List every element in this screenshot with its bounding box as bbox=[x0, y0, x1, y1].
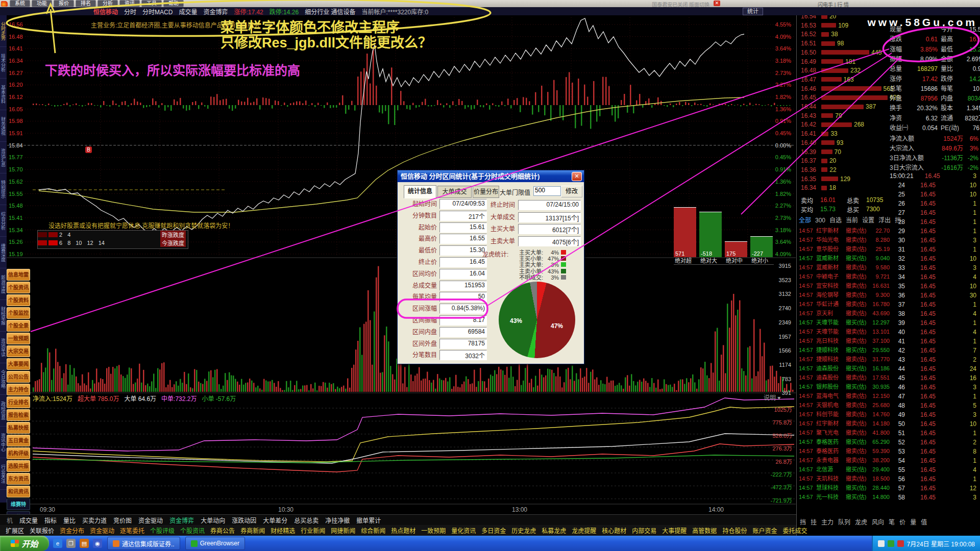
info-tab-扩展区[interactable]: 扩展区 bbox=[6, 526, 24, 535]
sidebar-button-机构评级[interactable]: 机构评级 bbox=[7, 447, 30, 459]
info-tab-财经精选[interactable]: 财经精选 bbox=[271, 526, 295, 535]
indicator-tab-资金驱动[interactable]: 资金驱动 bbox=[138, 516, 163, 524]
info-tab-历史龙虎[interactable]: 历史龙虎 bbox=[511, 526, 536, 535]
stock-row-天玑科技[interactable]: 14:57天玑科技撤卖(估)18.500 bbox=[799, 474, 890, 482]
stock-row-慧球科技[interactable]: 14:57慧球科技撤买(估)28.440 bbox=[799, 483, 890, 491]
panel-tab-量[interactable]: 量 bbox=[910, 519, 916, 526]
start-button[interactable]: 开始 bbox=[0, 536, 49, 551]
panel-tab-挡[interactable]: 挡 bbox=[800, 519, 806, 526]
stock-row-捷顺科技[interactable]: 14:57捷顺科技撤买(估)29.550 bbox=[799, 345, 890, 354]
stock-row-宜安科技[interactable]: 14:57宜安科技撤卖(估)16.631 bbox=[799, 281, 890, 289]
vtab-基本资料[interactable]: 基本资料 bbox=[0, 79, 7, 110]
sidebar-button-维赛特[interactable]: 维赛特 bbox=[7, 498, 30, 510]
info-tab-多日资金[interactable]: 多日资金 bbox=[481, 526, 506, 535]
watch-tab-挡[interactable]: 挡 bbox=[895, 217, 901, 224]
watch-tab-设置[interactable]: 设置 bbox=[862, 217, 874, 224]
stock-row-泰格医药[interactable]: 14:57泰格医药撤买(估)65.290 bbox=[799, 437, 890, 445]
stock-row-北信源[interactable]: 14:57北信源撤买(估)29.400 bbox=[799, 465, 890, 473]
vtab-资讯早读[interactable]: 资讯早读 bbox=[0, 332, 7, 363]
sidebar-button-大事要闻[interactable]: 大事要闻 bbox=[7, 358, 30, 370]
stock-row-中颖电子[interactable]: 14:57中颖电子撤卖(估)9.721 bbox=[799, 272, 890, 280]
stock-row-捷顺科技[interactable]: 14:57捷顺科技撤卖(估)31.770 bbox=[799, 355, 890, 363]
tray-icon-3[interactable] bbox=[897, 540, 904, 547]
indicator-tab-净挂净撤[interactable]: 净挂净撤 bbox=[325, 516, 350, 524]
dialog-tab-统计信息[interactable]: 统计信息 bbox=[404, 185, 436, 198]
sidebar-button-信息地雷[interactable]: 信息地雷 bbox=[7, 269, 30, 281]
info-tab-逐笔委托[interactable]: 逐笔委托 bbox=[120, 526, 144, 535]
watch-tab-浮出[interactable]: 浮出 bbox=[878, 217, 891, 224]
modify-button[interactable]: 修改 bbox=[561, 186, 582, 197]
sidebar-button-个股监控[interactable]: 个股监控 bbox=[7, 307, 30, 319]
vtab-财务透视[interactable]: 财务透视 bbox=[0, 110, 7, 142]
panel-tab-挂[interactable]: 挂 bbox=[811, 519, 817, 526]
sidebar-button-私募快报[interactable]: 私募快报 bbox=[7, 422, 30, 434]
vtab-技术分析[interactable]: 技术分析 bbox=[0, 47, 7, 79]
sidebar-button-五日黄金[interactable]: 五日黄金 bbox=[7, 435, 30, 446]
sidebar-button-报告检索[interactable]: 报告检索 bbox=[7, 409, 30, 421]
info-tab-关联报价[interactable]: 关联报价 bbox=[30, 526, 54, 535]
indicator-tab-买卖力道[interactable]: 买卖力道 bbox=[82, 516, 107, 524]
vtab-资讯汇总[interactable]: 资讯汇总 bbox=[0, 142, 7, 173]
indicator-tab-指标[interactable]: 指标 bbox=[44, 516, 57, 524]
vtab-今日攻略[interactable]: 今日攻略 bbox=[0, 363, 7, 395]
stock-row-华灿光电[interactable]: 14:57华灿光电撤卖(估)8.280 bbox=[799, 235, 890, 243]
info-tab-委托成交[interactable]: 委托成交 bbox=[782, 526, 807, 535]
toolbar-item[interactable]: 资金博弈 bbox=[203, 7, 228, 16]
stock-row-天银机电[interactable]: 14:57天银机电撤卖(估)25.680 bbox=[799, 400, 890, 409]
sidebar-button-主力持仓[interactable]: 主力持仓 bbox=[7, 384, 30, 395]
indicator-tab-大单差分[interactable]: 大单差分 bbox=[263, 516, 287, 524]
menu-帮助[interactable]: 帮助 bbox=[163, 0, 184, 7]
panel-tab-风向[interactable]: 风向 bbox=[872, 519, 884, 526]
dialog-title[interactable]: 恒信移动 分时区间统计(基于分时成交明细统计) bbox=[398, 170, 584, 182]
info-tab-券商新闻[interactable]: 券商新闻 bbox=[240, 526, 265, 535]
info-tab-龙虎提醒[interactable]: 龙虎提醒 bbox=[572, 526, 596, 535]
info-tab-账户资金[interactable]: 账户资金 bbox=[752, 526, 777, 535]
stock-row-红宇新材[interactable]: 14:57红宇新材撤卖(估)22.70 bbox=[799, 226, 890, 234]
threshold-input[interactable]: 500 bbox=[533, 186, 561, 196]
stock-row-天壕节能[interactable]: 14:57天壕节能撤卖(估)13.101 bbox=[799, 327, 890, 335]
info-tab-核心题材[interactable]: 核心题材 bbox=[602, 526, 626, 535]
sidebar-button-公司公告[interactable]: 公司公告 bbox=[7, 371, 30, 383]
stock-row-泰格医药[interactable]: 14:57泰格医药撤卖(估)59.390 bbox=[799, 446, 890, 455]
info-tab-资金驱动[interactable]: 资金驱动 bbox=[90, 526, 114, 535]
stock-row-华虹计通[interactable]: 14:57华虹计通撤卖(估)16.780 bbox=[799, 299, 890, 308]
vtab-分时走势[interactable]: 分时走势 bbox=[0, 15, 7, 47]
sidebar-button-行业排名[interactable]: 行业排名 bbox=[7, 396, 30, 408]
vtab-行业关注[interactable]: 行业关注 bbox=[0, 458, 7, 490]
quicklaunch-desktop-icon[interactable]: ❐ bbox=[66, 539, 76, 548]
stock-row-迪森股份[interactable]: 14:57迪森股份撤买(估)16.186 bbox=[799, 364, 890, 372]
indicator-tab-机[interactable]: 机 bbox=[7, 516, 13, 524]
info-tab-内部交易[interactable]: 内部交易 bbox=[632, 526, 656, 535]
indicator-tab-成交量[interactable]: 成交量 bbox=[19, 516, 38, 524]
info-tab-量化资讯[interactable]: 量化资讯 bbox=[451, 526, 476, 535]
panel-tab-笔[interactable]: 笔 bbox=[889, 519, 895, 526]
quicklaunch-folder-icon[interactable]: ▤ bbox=[80, 539, 89, 548]
sidebar-button-一致预期[interactable]: 一致预期 bbox=[7, 333, 30, 344]
watch-tab-全部[interactable]: 全部 bbox=[799, 217, 811, 224]
watch-tab-自选[interactable]: 自选 bbox=[829, 217, 842, 224]
menu-功能[interactable]: 功能 bbox=[32, 0, 52, 7]
tray-icon-2[interactable] bbox=[888, 540, 894, 547]
stock-row-红宇新材[interactable]: 14:57红宇新材撤卖(估)14.180 bbox=[799, 419, 890, 427]
vtab-资讯中心[interactable]: 资讯中心 bbox=[0, 427, 7, 458]
task-通达信集成版证券..[interactable]: 通达信集成版证券.. bbox=[107, 537, 180, 550]
dialog-close-icon[interactable]: ✕ bbox=[572, 172, 582, 181]
indicator-tab-资金博弈[interactable]: 资金博弈 bbox=[169, 516, 194, 524]
info-tab-资金分布[interactable]: 资金分布 bbox=[60, 526, 84, 535]
stats-button[interactable]: 统计 bbox=[743, 8, 763, 15]
quicklaunch-media-icon[interactable]: ◉ bbox=[93, 539, 102, 548]
panel-tab-值[interactable]: 值 bbox=[921, 519, 927, 526]
stock-row-光一科技[interactable]: 14:57光一科技撤卖(估)14.860 bbox=[799, 502, 890, 503]
toolbar-item[interactable]: 跌停:14.26 bbox=[270, 7, 299, 16]
toolbar-item[interactable]: 分时MACD bbox=[142, 7, 173, 16]
menu-分析[interactable]: 分析 bbox=[97, 0, 118, 7]
toolbar-item[interactable]: 细分行业 通信设备 bbox=[305, 7, 355, 16]
indicator-tab-量比[interactable]: 量比 bbox=[63, 516, 76, 524]
info-tab-综合新闻[interactable]: 综合新闻 bbox=[361, 526, 385, 535]
sidebar-button-个股资料[interactable]: 个股资料 bbox=[7, 294, 30, 306]
panel-tab-主力[interactable]: 主力 bbox=[821, 519, 834, 526]
indicator-tab-竞价图[interactable]: 竞价图 bbox=[113, 516, 132, 524]
quicklaunch-browser-icon[interactable]: e bbox=[53, 539, 62, 548]
stock-row-蓝威新材[interactable]: 14:57蓝威新材撤买(估)9.040 bbox=[799, 254, 890, 262]
panel-tab-价[interactable]: 价 bbox=[899, 519, 905, 526]
